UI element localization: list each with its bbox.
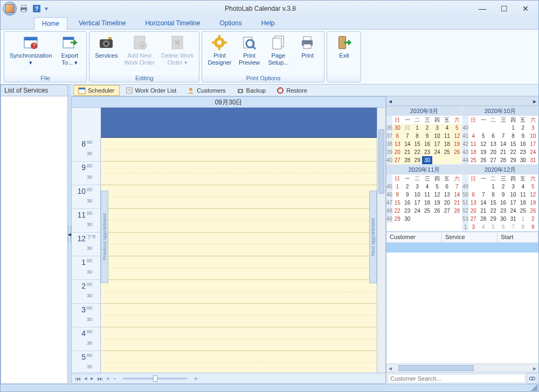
nav-prev-button[interactable]: ◂: [84, 375, 87, 382]
previous-appointment-strip[interactable]: Previous appointment: [101, 191, 108, 283]
appointments-horizontal-scrollbar[interactable]: ◂ ▸: [386, 363, 538, 372]
add-new-work-order-button: Add New Work Order: [121, 33, 158, 67]
nav-first-button[interactable]: ⏮: [75, 375, 81, 382]
qat-help-button[interactable]: ?: [31, 3, 43, 15]
calendar-sync-icon: ?: [22, 34, 39, 51]
table-row[interactable]: [386, 243, 538, 253]
svg-line-26: [253, 46, 255, 49]
title-bar: ? ▾ PhotoLab Calendar v.3.8 — ☐ ✕: [1, 1, 538, 17]
page-setup-button[interactable]: Page Setup...: [264, 33, 293, 67]
customer-search-input[interactable]: [388, 374, 526, 383]
tab-home[interactable]: Home: [34, 17, 67, 30]
qat-customize-dropdown[interactable]: ▾: [44, 3, 49, 15]
svg-rect-1: [22, 5, 26, 8]
minimize-button[interactable]: —: [472, 2, 493, 16]
col-start[interactable]: Start: [497, 232, 538, 242]
magnifier-icon: [240, 34, 258, 51]
printer-icon: [299, 34, 316, 51]
services-list[interactable]: [1, 96, 67, 383]
resize-grip[interactable]: [531, 384, 537, 391]
customers-icon: [187, 87, 195, 94]
print-preview-button[interactable]: Print Preview: [234, 33, 264, 67]
status-bar: [1, 384, 538, 391]
ribbon: ?Synchronization ▾Export To... ▾FileServ…: [1, 30, 538, 85]
tab-options[interactable]: Options: [211, 17, 250, 29]
scheduler-icon: [78, 87, 86, 94]
print-button[interactable]: Print: [293, 33, 322, 60]
subtab-customers[interactable]: Customers: [182, 85, 230, 96]
customer-search-button[interactable]: [527, 373, 537, 384]
calendar-prev-button[interactable]: ◂: [386, 97, 394, 105]
appointments-body[interactable]: [386, 243, 538, 363]
scheduler-footer: ⏮ ◂ ▸ ⏭ + − +: [72, 373, 385, 383]
window-title: PhotoLab Calendar v.3.8: [49, 5, 472, 12]
maximize-button[interactable]: ☐: [493, 2, 515, 16]
scheduler-canvas[interactable]: Previous appointment Next appointment: [101, 108, 377, 373]
add-icon: [131, 34, 148, 51]
zoom-in-button[interactable]: +: [194, 375, 197, 382]
svg-rect-31: [303, 44, 311, 48]
minical-1[interactable]: 2020年10月日一二三四五六4012341456789104211121314…: [462, 106, 538, 165]
subtab-scheduler[interactable]: Scheduler: [73, 85, 120, 96]
time-ruler: 800309003010003011003012下午30100302003030…: [72, 108, 101, 373]
delete-icon: [169, 34, 186, 51]
restore-icon: [277, 87, 284, 94]
delete-work-order-button: Delete Work Order ▾: [158, 33, 197, 67]
minical-3[interactable]: 2020年12月日一二三四五六4912345506789101112511314…: [462, 165, 538, 232]
qat-print-button[interactable]: [18, 3, 30, 15]
scheduler-date-header[interactable]: 09月30日: [72, 97, 385, 108]
svg-rect-2: [22, 10, 26, 12]
print-designer-button[interactable]: Print Designer: [204, 33, 234, 67]
services-sidebar-header: List of Services: [1, 85, 67, 96]
export-icon: [61, 34, 78, 51]
tab-vertical-timeline[interactable]: Vertical Timeline: [71, 17, 134, 29]
svg-text:?: ?: [32, 43, 36, 49]
minical-2[interactable]: 2020年11月日一二三四五六4512345674689101112131447…: [386, 165, 462, 232]
appointments-table: Customer Service Start ◂ ▸: [386, 232, 538, 384]
tab-horizontal-timeline[interactable]: Horizontal Timeline: [137, 17, 208, 29]
subtab-restore[interactable]: Restore: [272, 85, 312, 96]
zoom-out-button[interactable]: −: [113, 375, 116, 382]
svg-point-13: [105, 42, 108, 45]
synchronization-button[interactable]: ?Synchronization ▾: [6, 33, 55, 67]
binoculars-icon: [529, 375, 535, 382]
svg-rect-14: [108, 37, 112, 39]
exit-button[interactable]: Exit: [329, 33, 358, 60]
calendar-next-button[interactable]: ▸: [531, 97, 538, 105]
pages-icon: [270, 34, 287, 51]
zoom-add-button[interactable]: +: [106, 375, 109, 382]
ribbon-tabstrip: Home Vertical Timeline Horizontal Timeli…: [1, 17, 538, 30]
backup-icon: [237, 87, 244, 94]
allday-row[interactable]: [101, 108, 377, 138]
right-panel: ◂ ▸ 2020年9月日一二三四五六3630311234537678910111…: [386, 96, 538, 384]
svg-rect-28: [273, 38, 281, 49]
list-icon: [126, 87, 133, 94]
minical-0[interactable]: 2020年9月日一二三四五六36303112345376789101112381…: [386, 106, 462, 165]
svg-rect-10: [63, 37, 74, 40]
svg-point-19: [217, 40, 222, 45]
scheduler-vertical-scrollbar[interactable]: [377, 108, 385, 373]
next-appointment-strip[interactable]: Next appointment: [369, 191, 377, 283]
scheduler-view: 09月30日 800309003010003011003012下午3010030…: [71, 96, 386, 384]
camera-icon: [98, 34, 115, 51]
export-to-button[interactable]: Export To... ▾: [55, 33, 84, 67]
zoom-slider[interactable]: [123, 377, 188, 380]
close-button[interactable]: ✕: [515, 2, 536, 16]
exit-icon: [335, 34, 353, 51]
subtab-strip: Scheduler Work Order List Customers Back…: [71, 85, 538, 96]
col-customer[interactable]: Customer: [386, 232, 442, 242]
nav-last-button[interactable]: ⏭: [97, 375, 103, 382]
col-service[interactable]: Service: [442, 232, 497, 242]
svg-point-41: [239, 90, 241, 92]
svg-rect-35: [79, 88, 85, 89]
tab-help[interactable]: Help: [253, 17, 283, 29]
svg-text:?: ?: [35, 5, 39, 12]
gear-icon: [211, 34, 228, 51]
app-menu-orb[interactable]: [3, 2, 17, 16]
subtab-backup[interactable]: Backup: [232, 85, 271, 96]
subtab-work-order-list[interactable]: Work Order List: [121, 85, 182, 96]
nav-next-button[interactable]: ▸: [91, 375, 94, 382]
svg-rect-36: [127, 88, 132, 93]
services-button[interactable]: Services: [92, 33, 121, 60]
services-sidebar: List of Services: [1, 85, 68, 384]
